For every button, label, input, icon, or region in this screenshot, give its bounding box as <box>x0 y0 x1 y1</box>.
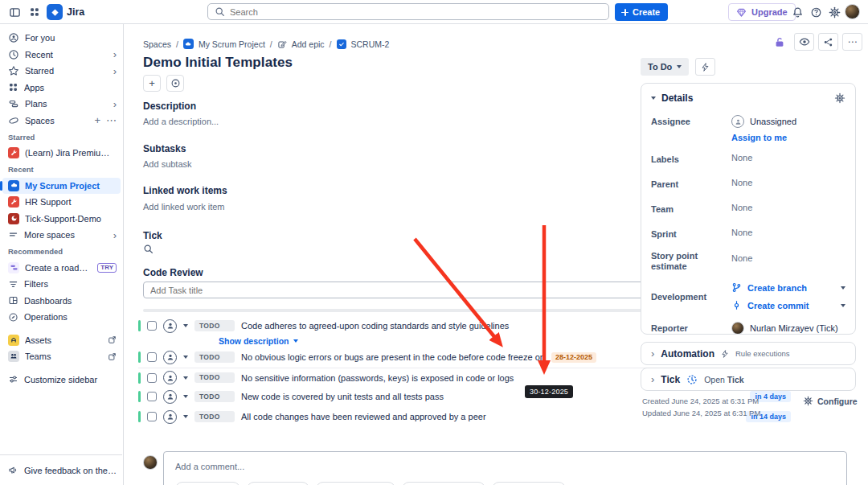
checklist-item-text[interactable]: Code adheres to agreed-upon coding stand… <box>241 321 509 331</box>
quick-comment-chip[interactable]: Can you clarify...? <box>402 482 485 485</box>
show-description-link[interactable]: Show description <box>219 336 298 346</box>
story-points-value[interactable]: None <box>731 249 752 263</box>
chevron-down-icon[interactable] <box>183 356 188 359</box>
settings-gear-icon[interactable] <box>825 2 844 22</box>
due-date-badge[interactable]: 28-12-2025 <box>551 352 596 363</box>
assignee-avatar-icon[interactable] <box>163 319 177 333</box>
assignee-avatar-icon[interactable] <box>163 390 177 404</box>
sidebar-item-plans[interactable]: Plans › <box>0 96 123 113</box>
automation-bolt-button[interactable] <box>695 58 715 76</box>
create-commit-link[interactable]: Create commit <box>731 300 845 310</box>
status-badge[interactable]: TODO <box>194 351 235 363</box>
assign-to-me-link[interactable]: Assign to me <box>731 133 796 142</box>
create-branch-link[interactable]: Create branch <box>731 282 845 293</box>
sidebar-item-teams[interactable]: Teams <box>0 348 123 365</box>
tick-panel[interactable]: › Tick Open Tick <box>641 368 856 391</box>
assignee-value[interactable]: Unassigned <box>750 117 796 126</box>
chevron-down-icon[interactable] <box>651 97 656 100</box>
checklist-item-text[interactable]: All code changes have been reviewed and … <box>241 412 486 421</box>
sidebar-item-filters[interactable]: Filters <box>0 276 123 293</box>
notifications-bell-icon[interactable] <box>788 2 807 22</box>
search-input[interactable] <box>230 7 602 17</box>
share-button[interactable] <box>818 33 838 51</box>
upgrade-button[interactable]: Upgrade <box>728 3 796 21</box>
status-badge[interactable]: TODO <box>194 320 235 331</box>
quick-comment-chip[interactable]: Need help? <box>247 482 309 485</box>
checkbox[interactable] <box>147 373 157 383</box>
add-space-icon[interactable]: + <box>94 115 100 125</box>
details-gear-icon[interactable] <box>834 92 845 104</box>
global-search[interactable] <box>207 3 609 20</box>
team-value[interactable]: None <box>731 203 752 212</box>
status-dropdown[interactable]: To Do <box>641 58 689 76</box>
linked-items-placeholder[interactable]: Add linked work item <box>143 202 225 212</box>
sidebar-item-create-roadmap[interactable]: Create a roadmap TRY <box>0 260 123 277</box>
configure-button[interactable]: Configure <box>803 396 858 406</box>
quick-comment-chip[interactable]: This is on track <box>492 482 567 485</box>
parent-value[interactable]: None <box>731 178 752 187</box>
checklist-item-text[interactable]: No obvious logic errors or bugs are pres… <box>241 352 545 362</box>
lock-icon[interactable] <box>774 36 785 48</box>
sidebar-item-operations[interactable]: Operations <box>0 309 123 326</box>
sidebar-item-learn-jira-premium[interactable]: (Learn) Jira Premium b... <box>0 145 123 162</box>
checkbox[interactable] <box>147 321 157 331</box>
breadcrumb-spaces[interactable]: Spaces <box>143 39 171 49</box>
reporter-value[interactable]: Nurlan Mirzayev (Tick) <box>750 323 838 333</box>
automation-panel[interactable]: › Automation Rule executions <box>641 342 856 365</box>
checkbox[interactable] <box>147 392 157 401</box>
sidebar-toggle-icon[interactable] <box>5 2 24 22</box>
search-icon[interactable] <box>143 244 154 254</box>
checkbox[interactable] <box>147 352 157 362</box>
checklist-item-text[interactable]: New code is covered by unit tests and al… <box>241 392 444 401</box>
sidebar-item-more-spaces[interactable]: More spaces › <box>0 227 123 244</box>
status-badge[interactable]: TODO <box>194 372 235 384</box>
add-button[interactable]: + <box>143 75 161 92</box>
sidebar-item-spaces[interactable]: Spaces + ⋯ <box>0 113 123 129</box>
chevron-down-icon[interactable] <box>183 376 188 380</box>
more-icon[interactable]: ⋯ <box>106 115 117 125</box>
sidebar-item-apps[interactable]: Apps <box>0 80 123 97</box>
comment-box[interactable]: Add a comment... Looks good! Need help? … <box>163 451 847 485</box>
sidebar-item-feedback[interactable]: Give feedback on the n... <box>0 462 123 479</box>
sidebar-item-my-scrum-project[interactable]: My Scrum Project <box>2 178 121 195</box>
assignee-avatar-icon[interactable] <box>163 410 177 424</box>
watch-eye-button[interactable] <box>794 33 814 51</box>
chevron-down-icon[interactable] <box>183 324 188 327</box>
checkbox[interactable] <box>147 412 157 421</box>
jira-logo[interactable] <box>47 4 63 20</box>
chevron-down-icon[interactable] <box>841 304 845 307</box>
sidebar-item-dashboards[interactable]: Dashboards <box>0 293 123 310</box>
sidebar-item-customize[interactable]: Customize sidebar <box>0 372 123 388</box>
labels-value[interactable]: None <box>731 153 752 162</box>
open-tick-link[interactable]: Open Tick <box>704 375 743 384</box>
chevron-down-icon[interactable] <box>183 415 188 418</box>
subtasks-placeholder[interactable]: Add subtask <box>143 159 192 169</box>
sidebar-item-recent[interactable]: Recent › <box>0 47 123 64</box>
chevron-down-icon[interactable] <box>841 286 845 290</box>
breadcrumb-issue-key[interactable]: SCRUM-2 <box>351 39 390 49</box>
help-icon[interactable] <box>806 2 825 22</box>
checklist-item-text[interactable]: No sensitive information (passwords, key… <box>241 373 514 383</box>
sidebar-item-starred[interactable]: Starred › <box>0 63 123 80</box>
sprint-value[interactable]: None <box>731 228 752 237</box>
more-button[interactable]: ⋯ <box>842 33 862 51</box>
quick-comment-chip[interactable]: This is blocked... <box>316 482 395 485</box>
status-badge[interactable]: TODO <box>194 391 235 402</box>
chevron-down-icon[interactable] <box>183 395 188 398</box>
description-placeholder[interactable]: Add a description... <box>143 117 219 126</box>
app-switcher-icon[interactable] <box>25 2 44 22</box>
user-avatar[interactable] <box>845 4 860 19</box>
sidebar-item-assets[interactable]: Assets <box>0 332 123 349</box>
fields-target-button[interactable] <box>166 75 184 92</box>
breadcrumb-project[interactable]: My Scrum Project <box>199 39 265 49</box>
assignee-avatar-icon[interactable] <box>163 351 177 364</box>
sidebar-item-for-you[interactable]: For you <box>0 30 123 47</box>
status-badge[interactable]: TODO <box>194 411 235 422</box>
create-button[interactable]: Create <box>615 3 668 21</box>
page-title[interactable]: Demo Initial Templates <box>143 55 293 71</box>
sidebar-item-tick-support-demo[interactable]: Tick-Support-Demo <box>0 211 123 228</box>
breadcrumb-add-epic[interactable]: Add epic <box>292 39 325 49</box>
quick-comment-chip[interactable]: Looks good! <box>175 482 240 485</box>
assignee-avatar-icon[interactable] <box>163 371 177 384</box>
sidebar-item-hr-support[interactable]: HR Support <box>0 194 123 211</box>
